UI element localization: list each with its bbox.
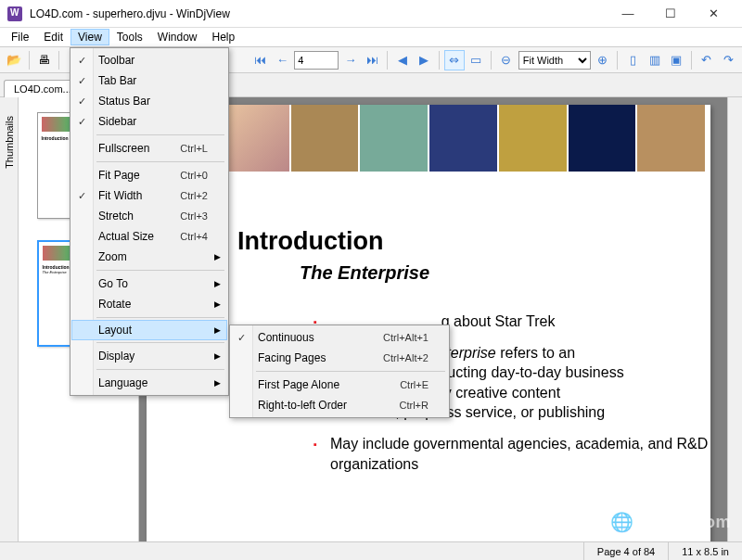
zoom-in-icon[interactable]: ⊕	[593, 50, 613, 70]
forward-icon[interactable]: ▶	[415, 50, 435, 70]
separator	[96, 134, 224, 135]
menu-item-continuous[interactable]: ✓ContinuousCtrl+Alt+1	[232, 327, 447, 348]
separator	[96, 270, 224, 271]
separator	[491, 51, 492, 70]
prev-page-icon[interactable]: ←	[273, 50, 293, 70]
menu-help[interactable]: Help	[205, 29, 243, 45]
fit-page-icon[interactable]: ▭	[467, 50, 487, 70]
menu-view[interactable]: View	[70, 29, 109, 45]
menu-window[interactable]: Window	[150, 29, 205, 45]
layout-continuous-icon[interactable]: ▥	[645, 50, 665, 70]
menu-item-sidebar[interactable]: ✓Sidebar	[72, 111, 226, 132]
menu-item-goto[interactable]: Go To▶	[72, 274, 226, 294]
menu-tools[interactable]: Tools	[109, 29, 150, 45]
close-button[interactable]: ✕	[692, 0, 735, 28]
list-item: May include governmental agencies, acade…	[313, 434, 710, 474]
menu-item-layout[interactable]: Layout▶	[71, 320, 227, 340]
menu-file[interactable]: File	[4, 29, 36, 45]
menu-item-tabbar[interactable]: ✓Tab Bar	[72, 70, 226, 91]
menu-item-zoom[interactable]: Zoom▶	[72, 247, 226, 267]
page-heading: Introduction	[237, 227, 383, 256]
menu-item-rotate[interactable]: Rotate▶	[72, 294, 226, 314]
separator	[96, 342, 224, 343]
statusbar: Page 4 of 84 11 x 8.5 in	[0, 541, 742, 560]
document-page: Adobe Introduction The Enterprise We are…	[147, 105, 710, 541]
globe-icon: 🌐	[607, 506, 638, 538]
menu-item-language[interactable]: Language▶	[72, 373, 226, 393]
menu-item-stretch[interactable]: StretchCtrl+3	[72, 206, 226, 226]
titlebar: LO4D.com - superhero.djvu - WinDjView — …	[0, 0, 742, 28]
separator	[439, 51, 440, 70]
app-icon	[7, 6, 22, 21]
last-page-icon[interactable]: ⏭	[363, 50, 383, 70]
maximize-button[interactable]: ☐	[649, 0, 692, 28]
rotate-left-icon[interactable]: ↶	[697, 50, 717, 70]
menu-item-firstalone[interactable]: First Page AloneCtrl+E	[232, 375, 447, 395]
print-icon[interactable]: 🖶	[33, 50, 54, 70]
menu-item-fullscreen[interactable]: FullscreenCtrl+L	[72, 138, 226, 159]
status-dimensions: 11 x 8.5 in	[668, 542, 742, 560]
menu-item-display[interactable]: Display▶	[72, 346, 226, 366]
separator	[29, 51, 30, 70]
chevron-right-icon: ▶	[214, 325, 221, 335]
separator	[96, 317, 224, 318]
menu-item-fitpage[interactable]: Fit PageCtrl+0	[72, 165, 226, 185]
separator	[96, 369, 224, 370]
open-icon[interactable]: 📂	[4, 50, 24, 70]
first-page-icon[interactable]: ⏮	[250, 50, 271, 70]
status-page: Page 4 of 84	[583, 542, 668, 560]
fit-width-icon[interactable]: ⇔	[444, 50, 465, 70]
menu-edit[interactable]: Edit	[36, 29, 70, 45]
separator	[96, 161, 224, 162]
menu-item-statusbar[interactable]: ✓Status Bar	[72, 91, 226, 111]
page-subheading: The Enterprise	[300, 262, 710, 284]
separator	[256, 371, 445, 372]
chevron-right-icon: ▶	[214, 378, 221, 388]
menubar: File Edit View Tools Window Help	[0, 28, 742, 47]
next-page-icon[interactable]: →	[340, 50, 361, 70]
zoom-out-icon[interactable]: ⊖	[496, 50, 517, 70]
menu-item-toolbar[interactable]: ✓Toolbar	[72, 50, 226, 70]
sidebar-tab[interactable]: Thumbnails	[0, 97, 19, 541]
layout-single-icon[interactable]: ▯	[622, 50, 643, 70]
separator	[58, 51, 59, 70]
chevron-right-icon: ▶	[214, 351, 221, 361]
menu-item-fitwidth[interactable]: ✓Fit WidthCtrl+2	[72, 185, 226, 206]
sidebar-label: Thumbnails	[4, 116, 15, 169]
minimize-button[interactable]: —	[607, 0, 649, 28]
layout-facing-icon[interactable]: ▣	[666, 50, 686, 70]
menu-item-actualsize[interactable]: Actual SizeCtrl+4	[72, 226, 226, 247]
chevron-right-icon: ▶	[214, 279, 221, 288]
separator	[617, 51, 618, 70]
separator	[691, 51, 692, 70]
separator	[387, 51, 388, 70]
chevron-right-icon: ▶	[214, 299, 221, 309]
back-icon[interactable]: ◀	[392, 50, 413, 70]
vertical-scrollbar[interactable]	[727, 97, 742, 541]
menu-item-rtl[interactable]: Right-to-left OrderCtrl+R	[232, 395, 447, 415]
menu-item-facing[interactable]: Facing PagesCtrl+Alt+2	[232, 348, 447, 368]
watermark: 🌐 LO4D.com	[607, 506, 731, 538]
chevron-right-icon: ▶	[214, 252, 221, 261]
zoom-select[interactable]: Fit Width	[518, 51, 591, 70]
layout-submenu-popup: ✓ContinuousCtrl+Alt+1 Facing PagesCtrl+A…	[229, 325, 450, 418]
view-menu-popup: ✓Toolbar ✓Tab Bar ✓Status Bar ✓Sidebar F…	[70, 47, 229, 396]
page-number-input[interactable]	[294, 51, 339, 70]
rotate-right-icon[interactable]: ↷	[718, 50, 738, 70]
banner	[147, 105, 710, 172]
window-title: LO4D.com - superhero.djvu - WinDjView	[30, 7, 607, 20]
